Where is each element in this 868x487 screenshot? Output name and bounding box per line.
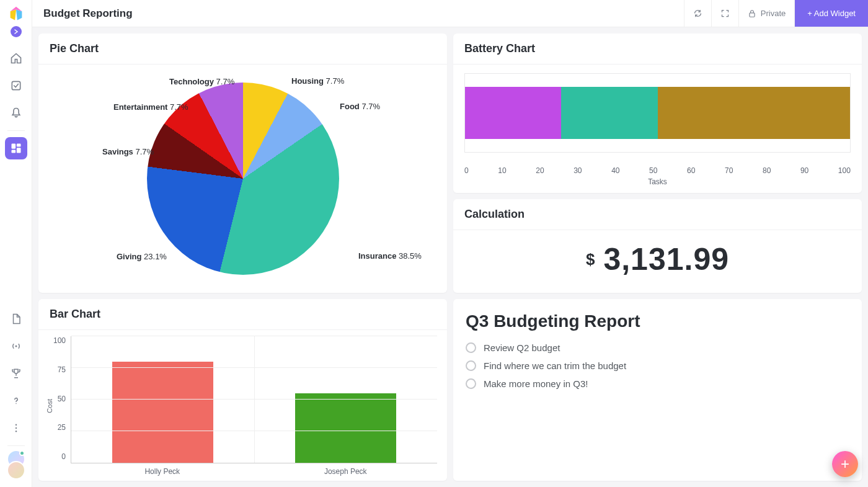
refresh-icon [693, 9, 702, 18]
lock-icon [748, 9, 756, 18]
bar-chart: Cost 1007550250 Holly PeckJoseph Peck [43, 336, 437, 476]
left-sidebar [0, 0, 32, 487]
card-title: Bar Chart [38, 299, 447, 330]
checklist-label: Review Q2 budget [484, 342, 560, 353]
quick-create-fab[interactable]: + [832, 451, 858, 477]
avatar-stack[interactable] [5, 450, 27, 482]
axis-tick: 75 [58, 365, 66, 374]
axis-tick: 100 [53, 336, 66, 345]
svg-point-6 [15, 424, 16, 426]
svg-rect-2 [16, 144, 20, 147]
pie-slice-label: Technology 7.7% [169, 77, 234, 86]
axis-tick: 80 [763, 166, 771, 175]
presence-dot-icon [19, 450, 25, 456]
svg-point-8 [15, 431, 16, 432]
bar-chart-card: Bar Chart Cost 1007550250 Holly PeckJose… [38, 299, 447, 481]
pie-slice-label: Savings 7.7% [102, 147, 154, 156]
header: Budget Reporting Private + Add Widget [32, 0, 868, 27]
axis-tick: 60 [687, 166, 695, 175]
battery-segment [465, 87, 561, 139]
clickup-logo-icon[interactable] [7, 5, 25, 24]
checklist-item: Make more money in Q3! [466, 375, 849, 393]
svg-rect-4 [11, 150, 16, 153]
checklist-label: Make more money in Q3! [484, 378, 588, 389]
calculation-card: Calculation $ 3,131.99 [453, 199, 862, 293]
add-widget-button[interactable]: + Add Widget [794, 0, 868, 27]
add-widget-label: + Add Widget [807, 9, 856, 18]
pie-chart: Housing 7.7%Food 7.7%Insurance 38.5%Givi… [50, 73, 436, 284]
svg-rect-1 [11, 144, 16, 149]
axis-tick: 100 [838, 166, 851, 175]
private-button[interactable]: Private [738, 0, 794, 27]
battery-chart [464, 73, 851, 153]
axis-tick: 50 [649, 166, 657, 175]
checklist-label: Find where we can trim the budget [484, 360, 626, 371]
calc-currency: $ [586, 250, 595, 269]
axis-tick: 50 [58, 395, 66, 403]
bar [112, 362, 213, 463]
battery-xlabel: Tasks [464, 177, 851, 186]
svg-rect-0 [12, 81, 20, 89]
checkbox[interactable] [466, 378, 476, 389]
battery-segment [658, 87, 851, 139]
battery-axis: 0102030405060708090100 [464, 166, 851, 175]
pie-slice-label: Entertainment 7.7% [113, 102, 188, 112]
fullscreen-button[interactable] [711, 0, 738, 27]
report-title: Q3 Budgeting Report [453, 299, 862, 339]
card-title: Battery Chart [453, 34, 862, 65]
axis-category: Holly Peck [71, 467, 254, 476]
checklist-item: Review Q2 budget [466, 339, 849, 357]
axis-tick: 90 [800, 166, 808, 175]
refresh-button[interactable] [684, 0, 711, 27]
battery-segment [561, 87, 657, 139]
sidebar-item-pulse[interactable] [5, 335, 27, 357]
avatar[interactable] [7, 461, 25, 480]
bar-xaxis: Holly PeckJoseph Peck [71, 463, 437, 476]
checkbox[interactable] [466, 342, 476, 353]
sidebar-item-goals[interactable] [5, 362, 27, 385]
report-card: Q3 Budgeting Report Review Q2 budgetFind… [453, 299, 862, 481]
sidebar-item-tasks[interactable] [5, 74, 27, 97]
sidebar-item-docs[interactable] [5, 308, 27, 330]
axis-tick: 0 [464, 166, 469, 175]
axis-tick: 30 [574, 166, 582, 175]
svg-point-7 [15, 427, 16, 429]
plus-icon: + [841, 455, 849, 473]
checkbox[interactable] [466, 360, 476, 371]
card-title: Calculation [453, 199, 862, 230]
axis-tick: 70 [725, 166, 733, 175]
pie-slice-label: Giving 23.1% [117, 252, 167, 261]
axis-category: Joseph Peck [254, 467, 437, 476]
svg-rect-3 [16, 148, 20, 153]
collapse-sidebar-button[interactable] [11, 26, 22, 37]
bar-yaxis: 1007550250 [53, 336, 71, 476]
svg-point-5 [15, 346, 17, 347]
axis-tick: 40 [611, 166, 619, 175]
axis-tick: 20 [536, 166, 544, 175]
pie-slice-label: Insurance 38.5% [358, 251, 422, 261]
sidebar-item-notifications[interactable] [5, 102, 27, 124]
sidebar-item-more[interactable] [5, 417, 27, 439]
sidebar-item-dashboards[interactable] [5, 137, 27, 159]
svg-rect-9 [750, 12, 755, 16]
pie-slice-label: Housing 7.7% [291, 76, 344, 86]
pie-slice-label: Food 7.7% [340, 102, 380, 111]
calc-value: 3,131.99 [603, 241, 729, 277]
card-title: Pie Chart [38, 34, 447, 65]
sidebar-item-home[interactable] [5, 47, 27, 69]
axis-tick: 0 [61, 452, 66, 461]
page-title: Budget Reporting [43, 7, 133, 20]
pie-chart-card: Pie Chart Housing 7.7%Food 7.7%Insurance… [38, 34, 447, 293]
axis-tick: 10 [498, 166, 506, 175]
bar-ylabel: Cost [43, 399, 53, 413]
bar [295, 393, 396, 463]
axis-tick: 25 [58, 423, 66, 432]
battery-chart-card: Battery Chart 0102030405060708090100 Tas… [453, 34, 862, 193]
expand-icon [720, 9, 730, 18]
checklist-item: Find where we can trim the budget [466, 357, 849, 375]
sidebar-item-help[interactable] [5, 390, 27, 412]
private-label: Private [761, 9, 786, 18]
